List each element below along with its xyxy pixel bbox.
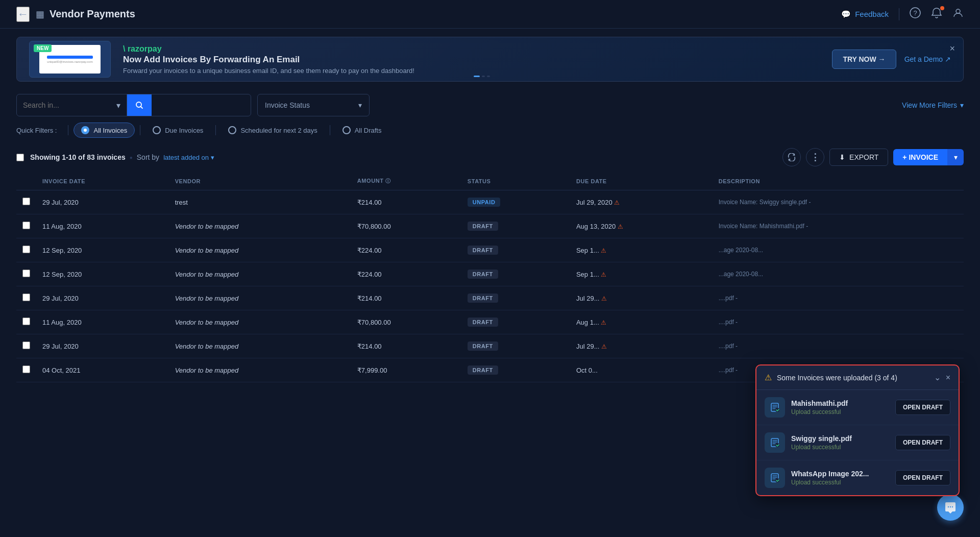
row-checkbox-6[interactable] [22, 341, 30, 349]
cell-due-date-5: Aug 1... ⚠ [570, 310, 713, 334]
cell-description-0: Invoice Name: Swiggy single.pdf - [713, 190, 964, 214]
upload-item-name-1: Swiggy single.pdf [791, 434, 889, 443]
banner-close-button[interactable]: × [949, 43, 955, 54]
cell-due-date-3: Sep 1... ⚠ [570, 262, 713, 286]
export-button[interactable]: ⬇ EXPORT [829, 149, 888, 166]
filter-chip-all-invoices[interactable]: All Invoices [74, 123, 135, 138]
row-checkbox-3[interactable] [22, 270, 30, 277]
cell-description-6: ....pdf - [713, 334, 964, 358]
row-checkbox-7[interactable] [22, 365, 30, 373]
upload-item-status-0: Upload successful [791, 408, 889, 416]
select-all-checkbox[interactable] [16, 154, 24, 161]
upload-popup: ⚠ Some Invoices were uploaded (3 of 4) ⌄… [755, 364, 960, 496]
table-row[interactable]: 29 Jul, 2020 Vendor to be mapped ₹214.00… [16, 286, 964, 310]
row-checkbox-2[interactable] [22, 246, 30, 253]
cell-date-7: 04 Oct, 2021 [36, 358, 169, 382]
upload-popup-close-button[interactable]: × [946, 373, 950, 382]
cell-due-date-2: Sep 1... ⚠ [570, 238, 713, 262]
upload-item-name-0: Mahishmathi.pdf [791, 399, 889, 407]
filter-divider-1 [68, 125, 68, 135]
user-button[interactable] [952, 7, 964, 21]
open-draft-button-0[interactable]: OPEN DRAFT [895, 400, 950, 415]
refresh-button[interactable] [782, 148, 801, 166]
banner-preview-image: NEW uniqueID@invoices.razorpay.com [29, 41, 111, 78]
col-amount: AMOUNT ⓘ [351, 173, 461, 190]
row-checkbox-0[interactable] [22, 198, 30, 205]
cell-vendor-4: Vendor to be mapped [169, 286, 351, 310]
cell-vendor-6: Vendor to be mapped [169, 334, 351, 358]
get-demo-link[interactable]: Get a Demo ↗ [904, 55, 951, 63]
filter-label-drafts: All Drafts [355, 127, 382, 134]
feedback-button[interactable]: 💬 Feedback [841, 10, 889, 19]
filter-label-scheduled: Scheduled for next 2 days [240, 127, 317, 134]
cell-status-6: DRAFT [461, 334, 570, 358]
table-row[interactable]: 29 Jul, 2020 trest ₹214.00 UNPAID Jul 29… [16, 190, 964, 214]
cell-status-4: DRAFT [461, 286, 570, 310]
upload-popup-collapse-button[interactable]: ⌄ [934, 373, 941, 382]
cell-description-5: ....pdf - [713, 310, 964, 334]
quick-filters: Quick Filters : All Invoices Due Invoice… [0, 120, 980, 144]
header: ← ▦ Vendor Payments 💬 Feedback ? [0, 0, 980, 29]
cell-amount-1: ₹70,800.00 [351, 214, 461, 238]
col-due-date: DUE DATE [570, 173, 713, 190]
col-vendor: VENDOR [169, 173, 351, 190]
row-checkbox-5[interactable] [22, 318, 30, 325]
table-row[interactable]: 29 Jul, 2020 Vendor to be mapped ₹214.00… [16, 334, 964, 358]
search-input[interactable] [23, 101, 112, 109]
try-now-button[interactable]: TRY NOW → [832, 50, 896, 69]
chat-support-button[interactable] [937, 494, 964, 521]
svg-point-2 [956, 9, 960, 13]
open-draft-button-2[interactable]: OPEN DRAFT [895, 470, 950, 485]
cell-amount-4: ₹214.00 [351, 286, 461, 310]
table-row[interactable]: 11 Aug, 2020 Vendor to be mapped ₹70,800… [16, 310, 964, 334]
cell-status-3: DRAFT [461, 262, 570, 286]
notification-button[interactable] [931, 7, 942, 21]
upload-item-name-2: WhatsApp Image 202... [791, 470, 889, 478]
cell-due-date-6: Jul 29... ⚠ [570, 334, 713, 358]
cell-amount-6: ₹214.00 [351, 334, 461, 358]
row-checkbox-4[interactable] [22, 294, 30, 301]
cell-vendor-1: Vendor to be mapped [169, 214, 351, 238]
cell-date-0: 29 Jul, 2020 [36, 190, 169, 214]
add-invoice-button[interactable]: + INVOICE [893, 149, 947, 165]
filter-chip-due-invoices[interactable]: Due Invoices [145, 123, 210, 137]
cell-date-6: 29 Jul, 2020 [36, 334, 169, 358]
filters-row: ▾ Invoice Status ▾ View More Filters ▾ [0, 90, 980, 120]
banner-title: Now Add Invoices By Forwarding An Email [123, 55, 832, 65]
table-row[interactable]: 12 Sep, 2020 Vendor to be mapped ₹224.00… [16, 238, 964, 262]
upload-item-1: Swiggy single.pdf Upload successful OPEN… [756, 425, 959, 460]
more-filters-button[interactable]: View More Filters ▾ [902, 101, 964, 109]
svg-line-4 [141, 107, 143, 109]
cell-description-3: ...age 2020-08... [713, 262, 964, 286]
warning-icon: ⚠ [765, 373, 772, 382]
svg-point-13 [952, 506, 953, 507]
invoice-status-filter[interactable]: Invoice Status ▾ [257, 94, 370, 116]
more-options-button[interactable]: ⋮ [806, 148, 824, 166]
filter-divider-3 [215, 125, 216, 135]
upload-item-info-2: WhatsApp Image 202... Upload successful [791, 470, 889, 486]
help-button[interactable]: ? [910, 7, 921, 21]
back-button[interactable]: ← [16, 7, 30, 22]
invoice-button-group: + INVOICE ▾ [893, 149, 964, 165]
table-section: Showing 1-10 of 83 invoices ● Sort by la… [0, 144, 980, 382]
row-checkbox-1[interactable] [22, 222, 30, 229]
upload-item-status-2: Upload successful [791, 479, 889, 486]
cell-description-1: Invoice Name: Mahishmathi.pdf - [713, 214, 964, 238]
table-row[interactable]: 11 Aug, 2020 Vendor to be mapped ₹70,800… [16, 214, 964, 238]
cell-amount-7: ₹7,999.00 [351, 358, 461, 382]
col-status: STATUS [461, 173, 570, 190]
upload-file-icon-1 [765, 432, 785, 453]
cell-vendor-0: trest [169, 190, 351, 214]
invoice-dropdown-button[interactable]: ▾ [947, 149, 964, 165]
sort-button[interactable]: latest added on ▾ [163, 154, 214, 161]
filter-chip-all-drafts[interactable]: All Drafts [335, 123, 389, 137]
new-badge: NEW [34, 44, 52, 52]
table-row[interactable]: 12 Sep, 2020 Vendor to be mapped ₹224.00… [16, 262, 964, 286]
cell-date-5: 11 Aug, 2020 [36, 310, 169, 334]
filter-chip-scheduled[interactable]: Scheduled for next 2 days [221, 123, 324, 137]
cell-description-4: ....pdf - [713, 286, 964, 310]
open-draft-button-1[interactable]: OPEN DRAFT [895, 435, 950, 450]
upload-item-2: WhatsApp Image 202... Upload successful … [756, 460, 959, 495]
search-button[interactable] [127, 94, 152, 116]
cell-date-3: 12 Sep, 2020 [36, 262, 169, 286]
